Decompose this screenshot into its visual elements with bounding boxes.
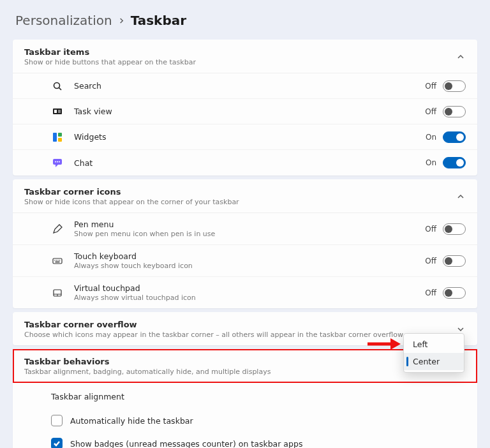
section-title: Taskbar corner icons	[24, 187, 456, 197]
svg-line-1	[59, 87, 62, 90]
pen-icon	[51, 224, 64, 234]
section-taskbar-items: Taskbar items Show or hide buttons that …	[13, 40, 477, 175]
item-label: Touch keyboard	[74, 251, 425, 261]
svg-point-10	[57, 161, 58, 163]
item-widgets: Widgets On	[13, 124, 477, 150]
widgets-icon	[51, 132, 64, 142]
section-subtitle: Show or hide buttons that appear on the …	[24, 58, 456, 66]
toggle-chat[interactable]	[443, 157, 466, 168]
row-taskbar-alignment: Taskbar alignment	[13, 383, 477, 409]
toggle-keyboard[interactable]	[443, 255, 466, 267]
alignment-dropdown[interactable]: Left Center	[403, 333, 464, 373]
chat-icon	[51, 158, 64, 168]
breadcrumb: Personalization Taskbar	[13, 13, 477, 28]
row-autohide: Automatically hide the taskbar	[13, 409, 477, 432]
search-icon	[51, 81, 64, 91]
toggle-state-text: On	[426, 133, 436, 142]
toggle-taskview[interactable]	[443, 106, 466, 117]
toggle-state-text: Off	[425, 288, 436, 297]
checkbox-label: Show badges (unread messages counter) on…	[70, 439, 302, 449]
toggle-state-text: Off	[425, 107, 436, 116]
item-label: Virtual touchpad	[74, 283, 425, 293]
toggle-pen[interactable]	[443, 223, 466, 235]
item-label: Pen menu	[74, 220, 425, 229]
svg-point-0	[54, 82, 60, 88]
section-subtitle: Taskbar alignment, badging, automaticall…	[24, 368, 456, 376]
svg-rect-12	[53, 258, 62, 264]
section-header-taskbar-items[interactable]: Taskbar items Show or hide buttons that …	[13, 40, 477, 73]
toggle-widgets[interactable]	[443, 131, 466, 143]
chevron-right-icon	[119, 15, 124, 26]
breadcrumb-parent[interactable]: Personalization	[15, 13, 112, 28]
checkbox-badges[interactable]	[51, 438, 63, 448]
checkbox-autohide[interactable]	[51, 415, 63, 426]
alignment-option-center[interactable]: Center	[404, 353, 464, 370]
toggle-state-text: Off	[425, 82, 436, 91]
svg-rect-4	[58, 110, 61, 113]
toggle-state-text: On	[426, 158, 436, 167]
touchpad-icon	[51, 288, 64, 298]
item-sublabel: Always show virtual touchpad icon	[74, 294, 425, 302]
toggle-touchpad[interactable]	[443, 287, 466, 299]
toggle-state-text: Off	[425, 257, 436, 265]
section-title: Taskbar behaviors	[24, 357, 456, 366]
page-title: Taskbar	[131, 13, 186, 28]
item-chat: Chat On	[13, 150, 477, 175]
svg-point-11	[59, 161, 60, 163]
svg-rect-7	[58, 138, 62, 142]
item-pen-menu: Pen menu Show pen menu icon when pen is …	[13, 213, 477, 245]
item-search: Search Off	[13, 73, 477, 99]
item-label: Task view	[74, 107, 425, 116]
svg-rect-6	[58, 133, 62, 137]
svg-point-9	[55, 161, 56, 163]
chevron-up-icon	[456, 191, 466, 202]
toggle-state-text: Off	[425, 225, 436, 234]
row-badges: Show badges (unread messages counter) on…	[13, 432, 477, 448]
section-title: Taskbar corner overflow	[24, 320, 456, 329]
toggle-search[interactable]	[443, 80, 466, 92]
section-corner-icons: Taskbar corner icons Show or hide icons …	[13, 179, 477, 308]
section-title: Taskbar items	[24, 47, 456, 57]
section-subtitle: Choose which icons may appear in the tas…	[24, 331, 456, 339]
checkbox-label: Automatically hide the taskbar	[70, 416, 193, 426]
alignment-option-left[interactable]: Left	[404, 336, 464, 353]
item-taskview: Task view Off	[13, 99, 477, 124]
item-sublabel: Always show touch keyboard icon	[74, 262, 425, 270]
item-touch-keyboard: Touch keyboard Always show touch keyboar…	[13, 245, 477, 277]
svg-rect-5	[53, 133, 57, 142]
svg-rect-3	[54, 110, 57, 113]
item-label: Search	[74, 81, 425, 91]
item-sublabel: Show pen menu icon when pen is in use	[74, 230, 425, 238]
item-label: Chat	[74, 158, 426, 168]
alignment-label: Taskbar alignment	[51, 392, 124, 401]
chevron-up-icon	[456, 52, 466, 62]
item-virtual-touchpad: Virtual touchpad Always show virtual tou…	[13, 277, 477, 308]
section-header-corner-icons[interactable]: Taskbar corner icons Show or hide icons …	[13, 179, 477, 213]
keyboard-icon	[51, 256, 64, 266]
section-subtitle: Show or hide icons that appear on the co…	[24, 198, 456, 206]
item-label: Widgets	[74, 132, 426, 142]
taskview-icon	[51, 107, 64, 117]
